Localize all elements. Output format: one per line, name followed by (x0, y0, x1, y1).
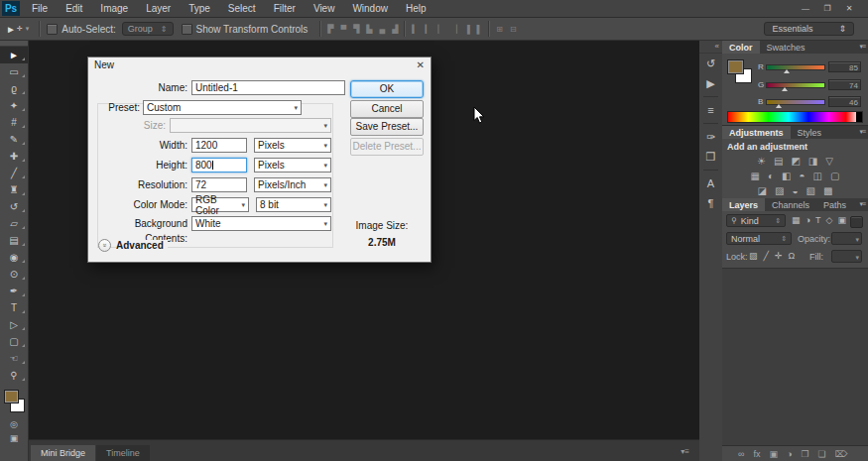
lasso-tool[interactable]: ϱ (0, 80, 28, 97)
properties-icon[interactable]: ≡ (699, 100, 722, 120)
panel-tab[interactable]: Swatches (760, 41, 812, 54)
bit-depth-dropdown[interactable]: 8 bit▾ (256, 197, 331, 212)
align-bottom-edges-icon[interactable]: ▜ (353, 25, 359, 34)
blue-slider-thumb[interactable] (776, 104, 782, 108)
expand-panels-icon[interactable]: « (699, 41, 722, 54)
resolution-field[interactable]: 72 (191, 177, 247, 192)
menu-item[interactable]: Select (219, 0, 265, 17)
clone-stamp-tool[interactable]: ♜ (0, 181, 28, 198)
pen-tool[interactable]: ✒ (0, 283, 28, 299)
foreground-color-swatch[interactable] (727, 59, 744, 74)
brush-presets-icon[interactable]: ✑ (699, 127, 722, 147)
filter-smart-objects-icon[interactable]: ▣ (837, 215, 846, 225)
lock-pixels-icon[interactable]: ╱ (764, 251, 769, 261)
red-value-field[interactable]: 85 (828, 61, 861, 72)
distribute-top-edges-icon[interactable]: ▍ (412, 25, 418, 34)
cancel-button[interactable]: Cancel (350, 100, 424, 118)
fill-field[interactable]: ▾ (831, 250, 862, 263)
panel-tab[interactable]: Channels (765, 198, 816, 211)
opacity-field[interactable]: ▾ (831, 232, 862, 245)
character-icon[interactable]: A (699, 173, 722, 193)
history-brush-tool[interactable]: ↺ (0, 198, 28, 215)
foreground-color-swatch[interactable] (4, 390, 19, 403)
lock-position-icon[interactable]: ✛ (775, 251, 783, 261)
marquee-tool[interactable]: ▭ (0, 63, 28, 80)
healing-brush-tool[interactable]: ✚ (0, 148, 28, 165)
color-spectrum-ramp[interactable] (727, 111, 863, 123)
green-value-field[interactable]: 74 (828, 79, 861, 90)
zoom-tool[interactable]: ⚲ (0, 367, 28, 384)
path-selection-tool[interactable]: ▷ (0, 316, 28, 333)
distribute-horizontal-centers-icon[interactable]: ▐ (464, 25, 470, 34)
filter-shape-layers-icon[interactable]: ◇ (825, 215, 832, 225)
red-slider[interactable] (766, 64, 825, 70)
link-layers-icon[interactable]: ∞ (738, 449, 744, 459)
dodge-tool[interactable]: ⊙ (0, 266, 28, 283)
new-adjustment-layer-icon[interactable]: ◑ (787, 449, 792, 459)
vibrance-icon[interactable]: ▽ (825, 156, 833, 168)
height-unit-dropdown[interactable]: Pixels▾ (254, 158, 331, 173)
distribute-right-edges-icon[interactable]: ▌ (477, 25, 483, 34)
gradient-tool[interactable]: ▤ (0, 232, 28, 249)
lock-transparency-icon[interactable]: ▨ (749, 251, 758, 261)
color-mode-dropdown[interactable]: RGB Color▾ (191, 197, 249, 212)
distribute-bottom-edges-icon[interactable]: ▏ (438, 25, 444, 34)
curves-icon[interactable]: ◩ (791, 156, 800, 168)
rectangle-tool[interactable]: ▢ (0, 333, 28, 350)
name-field[interactable]: Untitled-1 (191, 80, 345, 95)
paragraph-icon[interactable]: ¶ (699, 193, 722, 213)
align-left-edges-icon[interactable]: ▙ (366, 25, 372, 34)
black-white-icon[interactable]: ◧ (782, 171, 791, 182)
move-tool[interactable]: ► (0, 47, 28, 63)
new-layer-icon[interactable]: ❏ (817, 449, 825, 459)
menu-item[interactable]: Window (343, 0, 397, 17)
menu-item[interactable]: Help (397, 0, 435, 17)
auto-select-group-dropdown[interactable]: Group⇕ (122, 22, 174, 36)
menu-item[interactable]: Filter (265, 0, 305, 17)
eraser-tool[interactable]: ▱ (0, 215, 28, 232)
panel-tab[interactable]: Paths (816, 198, 853, 211)
blue-value-field[interactable]: 46 (828, 96, 861, 107)
panel-menu-icon[interactable]: ▾≡ (859, 128, 865, 136)
history-icon[interactable]: ↺ (699, 54, 722, 73)
menu-item[interactable]: Type (180, 0, 219, 17)
screen-mode-button[interactable]: ▣ (0, 431, 28, 445)
align-horizontal-centers-icon[interactable]: ▄ (379, 25, 385, 34)
delete-preset-button[interactable]: Delete Preset... (350, 138, 424, 156)
brightness-contrast-icon[interactable]: ☀ (757, 156, 766, 168)
align-right-edges-icon[interactable]: ▟ (392, 25, 398, 34)
clone-source-icon[interactable]: ❒ (699, 147, 722, 167)
minimize-button[interactable]: — (795, 1, 816, 16)
green-slider[interactable] (766, 82, 825, 88)
menu-item[interactable]: Image (91, 0, 137, 17)
menu-item[interactable]: Layer (137, 0, 180, 17)
green-slider-thumb[interactable] (782, 87, 788, 91)
crop-tool[interactable]: # (0, 114, 28, 131)
panel-tab[interactable]: Styles (791, 126, 829, 139)
hue-saturation-icon[interactable]: ▦ (751, 171, 760, 182)
blur-tool[interactable]: ◉ (0, 249, 28, 266)
dialog-close-icon[interactable]: ✕ (417, 59, 425, 70)
eyedropper-tool[interactable]: ✎ (0, 131, 28, 148)
panel-menu-icon[interactable]: ▾≡ (859, 43, 865, 51)
type-tool[interactable]: T (0, 299, 28, 316)
filter-kind-dropdown[interactable]: ⚲ Kind ⇕ (726, 214, 786, 227)
ok-button[interactable]: OK (350, 80, 424, 98)
hand-tool[interactable]: ☜ (0, 350, 28, 367)
close-button[interactable]: ✕ (838, 1, 860, 16)
lock-all-icon[interactable]: Ω (788, 251, 795, 261)
filter-type-layers-icon[interactable]: T (815, 215, 821, 225)
restore-button[interactable]: ❐ (816, 1, 838, 16)
dialog-title-bar[interactable]: New ✕ (88, 58, 431, 73)
photo-filter-icon[interactable]: ◓ (800, 171, 806, 182)
move-tool-preset-icon[interactable]: ►✛ (6, 24, 23, 35)
posterize-icon[interactable]: ▨ (775, 185, 784, 197)
filter-adjustment-layers-icon[interactable]: ◑ (806, 215, 810, 225)
quick-mask-button[interactable]: ◎ (0, 417, 28, 431)
gradient-map-icon[interactable]: ▩ (823, 185, 832, 197)
auto-align-icon[interactable]: ⊞ (496, 25, 503, 34)
menu-item[interactable]: File (23, 0, 57, 17)
levels-icon[interactable]: ▤ (774, 156, 783, 168)
save-preset-button[interactable]: Save Preset... (350, 118, 424, 136)
background-contents-dropdown[interactable]: White▾ (191, 216, 331, 231)
